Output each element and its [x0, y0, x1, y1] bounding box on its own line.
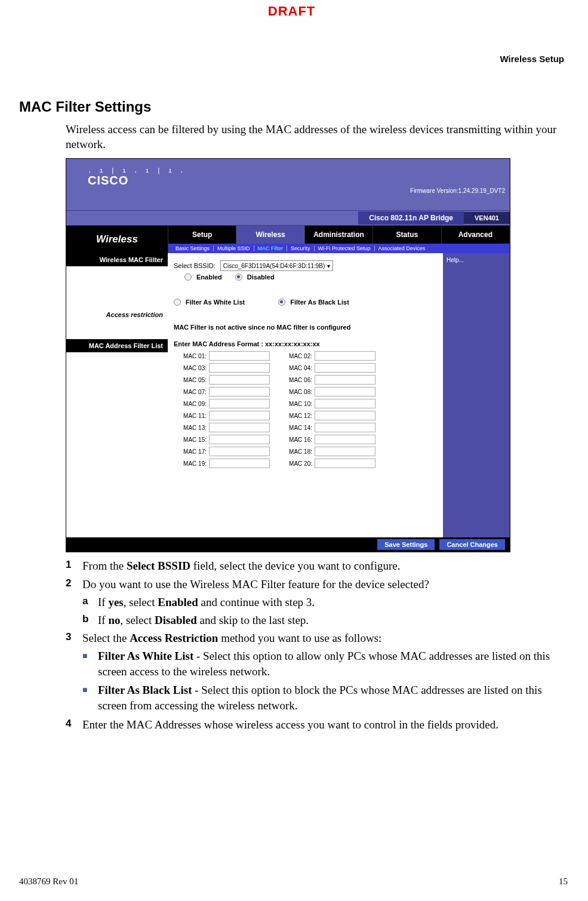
whitelist-label: Filter As White List: [186, 299, 245, 306]
nav-tabs: Setup Wireless Administration Status Adv…: [168, 226, 510, 244]
mac-label: MAC 18:: [279, 448, 315, 455]
section-access-restriction: Access restriction: [66, 308, 168, 321]
logo-text: CISCO: [88, 174, 128, 187]
bssid-select[interactable]: Cisco_6F3D119A(54:D4:6F:3D:11:9B) ▾: [220, 260, 334, 271]
mac-label: MAC 10:: [279, 401, 315, 407]
help-link[interactable]: Help...: [447, 257, 464, 263]
ss-header: . ı | ı . ı | ı . CISCO Firmware Version…: [66, 159, 510, 210]
section-mac-filter: Wireless MAC Fiilter: [66, 253, 168, 266]
cancel-button[interactable]: Cancel Changes: [439, 539, 505, 550]
step-number: 1: [66, 558, 82, 574]
mac-label: MAC 14:: [279, 425, 315, 431]
ss-main: Select BSSID: Cisco_6F3D119A(54:D4:6F:3D…: [168, 253, 443, 539]
tab-status[interactable]: Status: [373, 226, 441, 244]
instructions: 1 From the Select BSSID field, select th…: [66, 558, 561, 735]
disabled-label: Disabled: [247, 273, 275, 281]
subtab-security[interactable]: Security: [287, 245, 314, 251]
bssid-value: Cisco_6F3D119A(54:D4:6F:3D:11:9B): [223, 263, 325, 269]
section-mac-list: MAC Address Filter List: [66, 339, 168, 352]
substep-label: a: [82, 595, 98, 610]
mac-input[interactable]: [315, 351, 375, 361]
draft-label: DRAFT: [268, 4, 316, 19]
intro-text: Wireless access can be filtered by using…: [66, 122, 561, 152]
mac-input[interactable]: [315, 375, 375, 385]
subtab-multiple-ssid[interactable]: Multiple SSID: [213, 245, 254, 251]
mac-input[interactable]: [209, 387, 270, 396]
mac-input[interactable]: [209, 435, 270, 444]
nav-section-title: Wireless: [66, 226, 168, 253]
substep-text: If no, select Disabled and skip to the l…: [98, 613, 309, 628]
mac-label: MAC 13:: [174, 425, 209, 431]
nav-row: Wireless Setup Wireless Administration S…: [66, 226, 510, 253]
blacklist-label: Filter As Black List: [290, 299, 349, 306]
whitelist-radio[interactable]: [174, 299, 181, 306]
mac-input[interactable]: [315, 423, 375, 432]
mac-input[interactable]: [315, 435, 375, 444]
mac-label: MAC 12:: [279, 413, 315, 419]
enabled-radio[interactable]: [184, 273, 192, 281]
mac-input[interactable]: [209, 375, 270, 385]
blacklist-radio[interactable]: [278, 299, 285, 306]
mac-grid: MAC 01:MAC 02: MAC 03:MAC 04: MAC 05:MAC…: [174, 350, 377, 469]
warning-text: MAC Filter is not active since no MAC fi…: [174, 324, 437, 331]
dropdown-icon: ▾: [327, 263, 330, 269]
mac-label: MAC 05:: [174, 377, 209, 383]
substep-text: If yes, select Enabled and continue with…: [98, 595, 315, 610]
subtab-wps[interactable]: Wi-Fi Protected Setup: [314, 245, 374, 251]
mac-input[interactable]: [209, 459, 270, 468]
mac-label: MAC 20:: [279, 460, 315, 467]
mac-label: MAC 09:: [174, 401, 209, 407]
mac-input[interactable]: [315, 447, 375, 456]
product-model: VEN401: [464, 212, 510, 224]
embedded-screenshot: . ı | ı . ı | ı . CISCO Firmware Version…: [66, 158, 510, 552]
mac-input[interactable]: [209, 363, 270, 373]
bullet-text: Filter As Black List - Select this optio…: [98, 682, 561, 713]
disabled-radio[interactable]: [235, 273, 242, 281]
tab-advanced[interactable]: Advanced: [442, 226, 510, 244]
subtab-assoc[interactable]: Associated Devices: [374, 245, 429, 251]
step-text: From the Select BSSID field, select the …: [82, 558, 400, 574]
bottom-bar: Save Settings Cancel Changes: [66, 537, 510, 552]
footer-page-number: 15: [559, 877, 568, 887]
mac-label: MAC 17:: [174, 448, 209, 455]
mac-label: MAC 11:: [174, 413, 209, 419]
help-column: Help...: [443, 253, 510, 539]
bullet-text: Filter As White List - Select this optio…: [98, 648, 561, 679]
step-number: 3: [66, 631, 82, 646]
tab-wireless[interactable]: Wireless: [236, 226, 304, 244]
mac-label: MAC 15:: [174, 436, 209, 443]
enabled-label: Enabled: [196, 273, 222, 281]
mac-input[interactable]: [209, 423, 270, 432]
subtab-basic[interactable]: Basic Settings: [172, 245, 213, 251]
tab-administration[interactable]: Administration: [305, 226, 373, 244]
mac-input[interactable]: [209, 411, 270, 420]
mac-input[interactable]: [315, 387, 375, 396]
ss-left-column: Wireless MAC Fiilter Access restriction …: [66, 253, 168, 539]
substep-label: b: [82, 613, 98, 628]
step-text: Select the Access Restriction method you…: [82, 631, 381, 646]
firmware-label: Firmware Version:1.24.29.19_DVT2: [410, 187, 505, 194]
mac-label: MAC 19:: [174, 460, 209, 467]
footer: 4038769 Rev 01 15: [19, 877, 568, 887]
mac-input[interactable]: [315, 459, 375, 468]
product-bar: Cisco 802.11n AP Bridge VEN401: [66, 210, 510, 226]
mac-input[interactable]: [315, 411, 375, 420]
mac-input[interactable]: [209, 447, 270, 456]
mac-format-label: Enter MAC Address Format : xx:xx:xx:xx:x…: [174, 340, 437, 348]
tab-setup[interactable]: Setup: [168, 226, 236, 244]
step-number: 4: [66, 717, 82, 733]
mac-label: MAC 04:: [279, 365, 315, 371]
mac-input[interactable]: [315, 363, 375, 373]
mac-label: MAC 06:: [279, 377, 315, 383]
bssid-label: Select BSSID:: [174, 262, 216, 269]
mac-input[interactable]: [209, 399, 270, 408]
product-name: Cisco 802.11n AP Bridge: [358, 211, 464, 225]
cisco-logo: . ı | ı . ı | ı . CISCO: [88, 167, 186, 187]
mac-input[interactable]: [315, 399, 375, 408]
save-button[interactable]: Save Settings: [377, 539, 435, 550]
mac-label: MAC 02:: [279, 353, 315, 359]
bullet-icon: ■: [82, 648, 98, 679]
page-title: MAC Filter Settings: [19, 99, 151, 115]
subtab-mac-filter[interactable]: MAC Filter: [254, 245, 287, 251]
mac-input[interactable]: [209, 351, 270, 361]
